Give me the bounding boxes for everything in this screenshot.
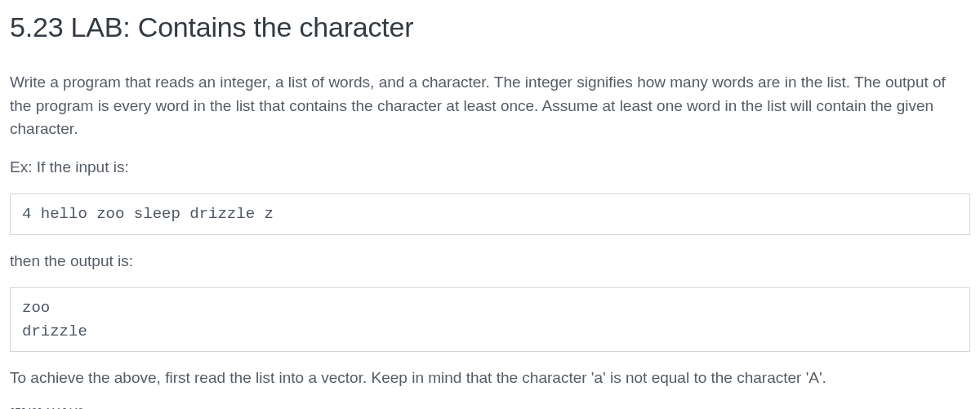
intro-paragraph: Write a program that reads an integer, a… bbox=[10, 71, 970, 141]
closing-paragraph: To achieve the above, first read the lis… bbox=[10, 367, 970, 390]
footer-id: 276482 1116448 bbox=[10, 405, 970, 410]
lab-title: 5.23 LAB: Contains the character bbox=[10, 7, 970, 48]
example-input-code: 4 hello zoo sleep drizzle z bbox=[10, 193, 970, 235]
example-output-code: zoo drizzle bbox=[10, 287, 970, 352]
example-output-label: then the output is: bbox=[10, 250, 970, 273]
example-input-label: Ex: If the input is: bbox=[10, 156, 970, 180]
